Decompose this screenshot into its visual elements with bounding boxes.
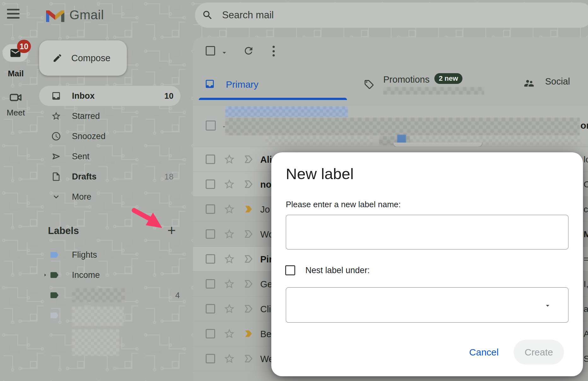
sidebar-item-label: More [72, 192, 91, 202]
select-all-checkbox[interactable] [206, 46, 215, 56]
importance-marker-icon[interactable] [243, 328, 254, 339]
importance-marker-icon[interactable] [243, 303, 254, 314]
new-label-dialog: New label Please enter a new label name:… [271, 152, 583, 376]
row-edge-text: lo [584, 155, 588, 165]
label-name: Income [72, 270, 100, 280]
sidebar-label-flights[interactable]: Flights [39, 245, 187, 265]
star-icon[interactable] [223, 303, 235, 315]
label-tag-icon [49, 310, 59, 320]
star-icon[interactable] [223, 228, 235, 240]
star-icon[interactable] [223, 253, 235, 265]
inbox-icon [51, 91, 61, 101]
more-options-icon[interactable] [273, 46, 276, 56]
refresh-icon[interactable] [243, 45, 254, 56]
sidebar-item-inbox[interactable]: Inbox 10 [39, 86, 180, 106]
mail-unread-badge: 10 [17, 40, 31, 53]
star-icon[interactable] [223, 178, 235, 190]
cancel-button[interactable]: Cancel [465, 346, 503, 359]
sidebar-label-redacted-2[interactable] [39, 305, 187, 325]
label-name-input[interactable] [286, 215, 568, 249]
importance-marker-icon[interactable] [243, 203, 254, 215]
promotions-new-badge: 2 new [434, 73, 462, 84]
add-label-button[interactable]: + [163, 221, 180, 239]
parent-label-select[interactable] [286, 287, 568, 323]
primary-inbox-icon [204, 79, 215, 89]
sidebar-item-label: Sent [72, 152, 90, 161]
row-checkbox[interactable] [206, 120, 216, 131]
row-edge-text: c [584, 204, 588, 214]
draft-icon [51, 172, 61, 182]
sidebar-item-starred[interactable]: Starred [39, 106, 180, 126]
gmail-logo[interactable]: Gmail [46, 8, 104, 22]
star-icon[interactable] [223, 153, 235, 165]
select-options-caret-icon[interactable] [220, 49, 228, 57]
row-checkbox[interactable] [206, 279, 215, 289]
star-icon[interactable] [223, 203, 235, 215]
importance-marker-icon[interactable] [243, 253, 254, 265]
nest-label-checkbox[interactable] [285, 265, 295, 275]
row-checkbox[interactable] [206, 354, 215, 363]
importance-marker-icon[interactable] [243, 179, 254, 190]
pencil-icon [52, 53, 62, 63]
sender-name: no [260, 179, 271, 190]
row-edge-text: a [584, 304, 588, 314]
main-menu-icon[interactable] [7, 9, 20, 19]
app-rail: 10 Mail Meet [0, 0, 32, 381]
gmail-m-icon [46, 8, 64, 22]
create-button[interactable]: Create [514, 340, 564, 365]
row-checkbox[interactable] [206, 155, 215, 164]
sender-name: Ge [260, 279, 273, 290]
redacted-label-block [72, 329, 119, 356]
sidebar-label-redacted-1[interactable]: 4 [39, 285, 187, 305]
nest-label-checkbox-label: Nest label under: [305, 266, 370, 275]
row-checkbox[interactable] [206, 329, 215, 338]
compose-button[interactable]: Compose [39, 40, 127, 76]
label-count: 4 [175, 290, 180, 300]
tab-primary[interactable]: Primary [193, 73, 347, 100]
sidebar-item-snoozed[interactable]: Snoozed [39, 126, 180, 146]
importance-marker-icon[interactable] [243, 228, 254, 240]
star-icon[interactable] [223, 353, 235, 365]
sidebar-item-label: Drafts [72, 172, 97, 182]
star-icon[interactable] [223, 278, 235, 290]
sender-name: Jo [260, 204, 270, 215]
sidebar: Gmail Compose Inbox 10 Starred Snoozed S… [32, 0, 193, 381]
search-bar[interactable] [195, 3, 588, 28]
row-checkbox[interactable] [206, 254, 215, 264]
tab-social[interactable]: Social [515, 73, 588, 100]
row-checkbox[interactable] [206, 304, 215, 314]
email-row-redacted[interactable]: om [193, 105, 588, 147]
row-checkbox[interactable] [206, 229, 215, 239]
sender-name: Cli [260, 304, 271, 314]
promotions-tag-icon [364, 79, 374, 90]
star-icon [51, 111, 61, 121]
tab-label: Primary [226, 79, 258, 90]
importance-marker-icon[interactable] [243, 154, 254, 165]
sidebar-label-income[interactable]: Income [39, 265, 187, 285]
row-checkbox[interactable] [206, 204, 215, 214]
search-input[interactable] [221, 9, 505, 21]
importance-marker-icon[interactable] [243, 278, 254, 290]
tab-promotions[interactable]: Promotions 2 new [357, 73, 483, 100]
dialog-title: New label [286, 165, 354, 183]
star-icon[interactable] [223, 328, 235, 340]
sidebar-item-sent[interactable]: Sent [39, 146, 180, 167]
row-checkbox[interactable] [206, 179, 215, 189]
expand-caret-icon[interactable] [42, 272, 49, 278]
sender-name: Ali [260, 155, 272, 165]
sidebar-item-more[interactable]: More [39, 187, 180, 207]
labels-heading: Labels [48, 225, 79, 237]
redacted-label-name [72, 307, 124, 326]
row-edge-text: A [584, 329, 588, 339]
active-tab-underline [199, 98, 347, 100]
importance-marker-icon[interactable] [243, 353, 254, 364]
redacted-snippet [266, 136, 373, 145]
redacted-subject [225, 118, 580, 135]
label-name: Flights [72, 250, 97, 260]
row-edge-text: = [584, 254, 588, 264]
tab-label: Social [545, 76, 570, 87]
compose-label: Compose [71, 53, 110, 63]
meet-camera-icon[interactable] [9, 90, 23, 105]
sidebar-item-drafts[interactable]: Drafts 18 [39, 167, 180, 187]
clock-icon [51, 131, 61, 141]
